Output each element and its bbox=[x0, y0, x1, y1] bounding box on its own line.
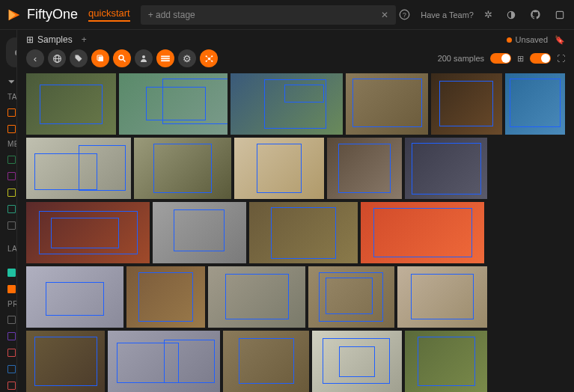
sample-tile[interactable] bbox=[108, 331, 220, 392]
sample-tile[interactable] bbox=[405, 138, 487, 199]
sidebar-item[interactable]: metadata.num_channels⌄ bbox=[0, 217, 16, 233]
section-header[interactable]: PRIMITIVES▾ bbox=[0, 297, 16, 311]
sidebar-item[interactable]: predictions⌄ bbox=[0, 281, 16, 297]
theme-icon[interactable] bbox=[503, 7, 519, 23]
view-selector[interactable]: Unsaved view ▾ bbox=[6, 37, 17, 67]
color-chip bbox=[7, 156, 16, 164]
person-button[interactable] bbox=[135, 49, 153, 67]
sample-tile[interactable] bbox=[346, 73, 428, 135]
sidebar-item[interactable]: x1_fp⌄ bbox=[0, 377, 16, 392]
unsaved-indicator: Unsaved 🔖 bbox=[507, 35, 565, 45]
expand-icon[interactable]: ⛶ bbox=[557, 54, 565, 63]
sidebar-item[interactable]: label tags⌄ bbox=[0, 120, 16, 137]
sidebar-item[interactable]: ground_truth⌄ bbox=[0, 264, 16, 281]
team-prompt[interactable]: Have a Team? bbox=[421, 10, 474, 19]
sample-tile[interactable] bbox=[26, 73, 116, 135]
bounding-box bbox=[164, 340, 215, 382]
svg-line-25 bbox=[209, 58, 212, 61]
sidebar-item[interactable]: sample tags⌄ bbox=[0, 104, 16, 120]
add-stage-input[interactable]: + add stage ✕ bbox=[141, 5, 397, 25]
sample-tile[interactable] bbox=[361, 202, 484, 263]
section-header[interactable]: TAGS▾ bbox=[0, 90, 16, 104]
sample-tile[interactable] bbox=[327, 138, 402, 199]
sidebar-item[interactable]: uniqueness⌄ bbox=[0, 344, 16, 361]
bookmark-icon[interactable]: 🔖 bbox=[555, 35, 565, 45]
sidebar-item[interactable]: filepath⌄ bbox=[0, 328, 16, 344]
sample-tile[interactable] bbox=[249, 202, 358, 263]
globe-button[interactable] bbox=[48, 49, 66, 67]
bounding-box bbox=[174, 209, 225, 251]
color-chip bbox=[7, 332, 16, 340]
bounding-box bbox=[51, 218, 119, 248]
sidebar-item[interactable]: metadata.width⌄ bbox=[0, 184, 16, 200]
sample-tile[interactable] bbox=[153, 202, 246, 263]
sample-tile[interactable] bbox=[26, 331, 105, 392]
sample-tile[interactable] bbox=[26, 266, 123, 328]
dataset-selector[interactable]: quickstart bbox=[88, 7, 130, 22]
sample-tile[interactable] bbox=[405, 331, 487, 392]
sample-tile[interactable] bbox=[397, 266, 487, 328]
sample-tile[interactable] bbox=[308, 266, 394, 328]
color-chip bbox=[7, 316, 16, 324]
settings-button[interactable]: ⚙ bbox=[178, 49, 196, 67]
clone-button[interactable] bbox=[91, 49, 109, 67]
sample-tile[interactable] bbox=[134, 138, 231, 199]
toggle-1[interactable] bbox=[490, 53, 511, 64]
close-icon[interactable]: ✕ bbox=[381, 10, 388, 20]
sample-grid[interactable] bbox=[17, 73, 574, 392]
bounding-box bbox=[138, 272, 194, 322]
tab-samples[interactable]: ⊞ Samples bbox=[26, 34, 73, 45]
svg-point-13 bbox=[142, 55, 145, 58]
sidebar-item[interactable]: id⌄ bbox=[0, 311, 16, 328]
sidebar: Unsaved view ▾ ⏷FILTER ⚙ TAGS▾sample tag… bbox=[0, 30, 17, 392]
tag-button[interactable] bbox=[70, 49, 88, 67]
color-chip bbox=[7, 269, 16, 277]
list-button[interactable] bbox=[156, 49, 174, 67]
sample-tile[interactable] bbox=[26, 138, 131, 199]
sample-tile[interactable] bbox=[234, 138, 324, 199]
link-icon[interactable] bbox=[552, 7, 568, 23]
color-chip bbox=[7, 349, 16, 357]
sample-tile[interactable] bbox=[505, 73, 565, 135]
grid-view-icon[interactable]: ⊞ bbox=[517, 54, 524, 64]
sample-tile[interactable] bbox=[230, 73, 343, 135]
sample-tile[interactable] bbox=[223, 331, 309, 392]
bounding-box bbox=[162, 79, 228, 125]
back-button[interactable]: ‹ bbox=[26, 49, 44, 67]
bounding-box bbox=[271, 207, 336, 260]
color-chip bbox=[7, 382, 16, 390]
app-name: FiftyOne bbox=[27, 7, 78, 22]
sidebar-item[interactable]: metadata.mime_type⌄ bbox=[0, 168, 16, 184]
bounding-box bbox=[225, 274, 289, 320]
add-tab-icon[interactable]: + bbox=[82, 34, 87, 45]
color-chip bbox=[7, 205, 16, 213]
svg-rect-16 bbox=[161, 60, 170, 61]
section-header[interactable]: METADATA▾ bbox=[0, 137, 16, 151]
svg-rect-9 bbox=[99, 57, 104, 62]
sample-tile[interactable] bbox=[119, 73, 228, 135]
bounding-box bbox=[338, 144, 391, 193]
toggle-2[interactable] bbox=[530, 53, 551, 64]
sample-tile[interactable] bbox=[431, 73, 502, 135]
github-icon[interactable] bbox=[527, 6, 544, 23]
svg-line-12 bbox=[123, 60, 126, 62]
sample-tile[interactable] bbox=[208, 266, 305, 328]
sample-tile[interactable] bbox=[312, 331, 402, 392]
svg-line-22 bbox=[206, 56, 209, 58]
brightness-icon[interactable]: ✲ bbox=[481, 6, 495, 23]
color-chip bbox=[7, 172, 16, 180]
color-chip bbox=[7, 108, 16, 117]
sidebar-item[interactable]: x1_tp⌄ bbox=[0, 361, 16, 377]
sample-tile[interactable] bbox=[126, 266, 205, 328]
sidebar-item[interactable]: metadata.height⌄ bbox=[0, 200, 16, 217]
model-button[interactable] bbox=[200, 49, 218, 67]
svg-line-23 bbox=[209, 56, 212, 58]
search-button[interactable] bbox=[113, 49, 131, 67]
sidebar-item[interactable]: metadata.size_bytes⌄ bbox=[0, 151, 16, 168]
help-icon[interactable]: ? bbox=[396, 6, 413, 23]
svg-point-11 bbox=[119, 55, 123, 60]
sample-tile[interactable] bbox=[26, 202, 150, 263]
section-header[interactable]: LABELS2 ✓ ▾ bbox=[0, 233, 16, 264]
color-chip bbox=[7, 365, 16, 373]
svg-rect-5 bbox=[556, 11, 563, 18]
